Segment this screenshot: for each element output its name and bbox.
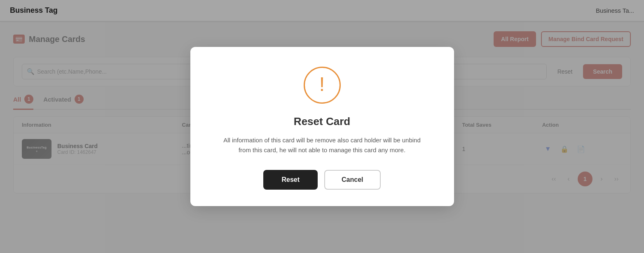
reset-card-modal: ! Reset Card All information of this car… [190, 47, 454, 206]
modal-description: All information of this card will be rem… [223, 135, 421, 155]
modal-title: Reset Card [294, 115, 350, 128]
exclamation-icon: ! [319, 74, 325, 94]
modal-warning-icon-wrap: ! [304, 67, 341, 104]
modal-overlay: ! Reset Card All information of this car… [0, 0, 644, 253]
modal-actions: Reset Cancel [263, 170, 380, 190]
modal-reset-button[interactable]: Reset [263, 170, 318, 190]
modal-cancel-button[interactable]: Cancel [324, 170, 380, 190]
